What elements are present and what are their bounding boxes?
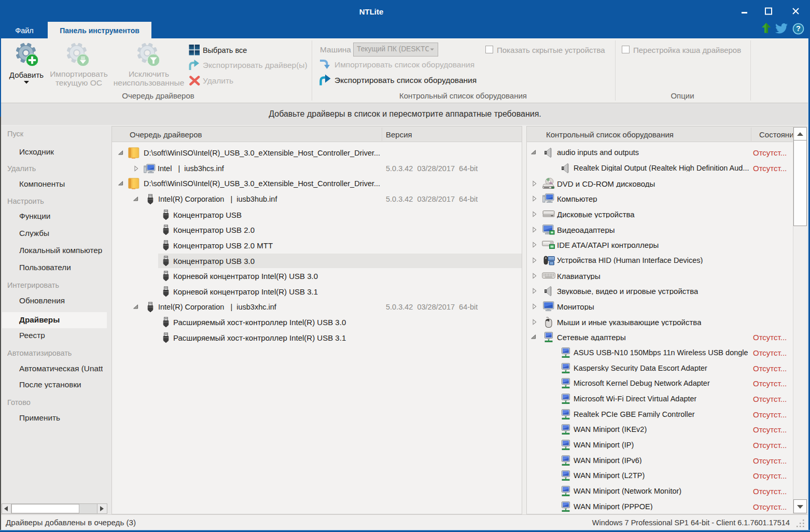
svg-text:?: ? [796, 24, 801, 33]
